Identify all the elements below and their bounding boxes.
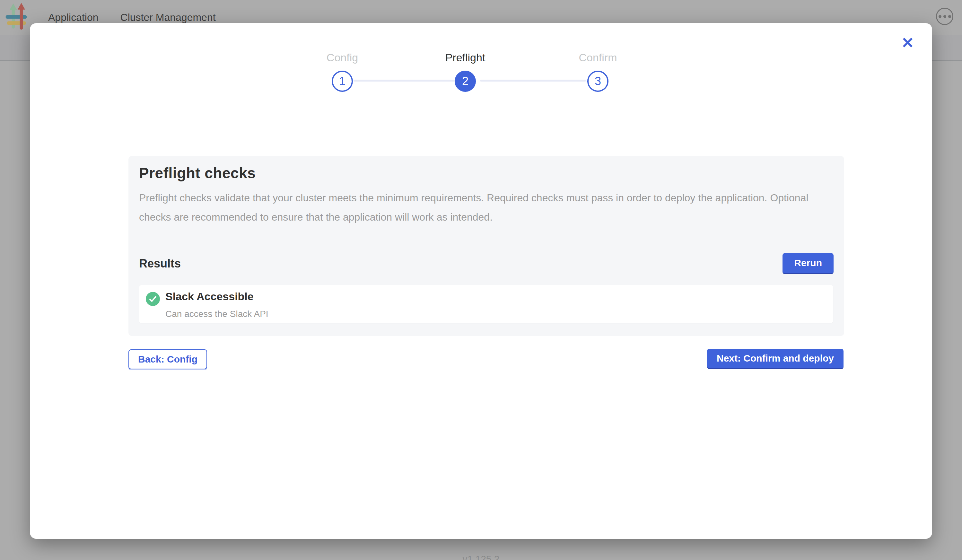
step-label: Config: [307, 52, 378, 66]
back-config-button[interactable]: Back: Config: [128, 349, 207, 369]
step-circle-2[interactable]: 2: [455, 71, 476, 92]
dot: [948, 15, 951, 18]
rerun-button[interactable]: Rerun: [783, 253, 834, 274]
check-detail: Can access the Slack API: [165, 309, 268, 319]
dot: [939, 15, 941, 18]
stepper-connector: [353, 80, 458, 82]
dot: [943, 15, 946, 18]
nav-tab-application[interactable]: Application: [48, 11, 98, 23]
wizard-stepper: Config 1 Preflight 2 Confirm 3: [30, 23, 932, 107]
check-name: Slack Accessible: [165, 290, 253, 303]
step-circle-3[interactable]: 3: [587, 71, 609, 92]
step-confirm: Confirm 3: [563, 52, 633, 92]
app-logo-icon: [5, 3, 29, 32]
results-bar: Results Rerun: [139, 252, 834, 275]
step-label: Preflight: [430, 52, 500, 66]
ellipsis-menu-icon[interactable]: [936, 8, 953, 25]
step-preflight: Preflight 2: [430, 52, 500, 92]
next-confirm-deploy-button[interactable]: Next: Confirm and deploy: [707, 349, 844, 369]
preflight-wizard-modal: ✕ Config 1 Preflight 2 Confirm 3 Preflig…: [30, 23, 932, 539]
version-label: v1.125.2: [0, 554, 962, 560]
step-config: Config 1: [307, 52, 378, 92]
step-label: Confirm: [563, 52, 633, 66]
step-circle-1[interactable]: 1: [332, 71, 353, 92]
card-description: Preflight checks validate that your clus…: [139, 188, 810, 227]
card-title: Preflight checks: [139, 165, 834, 182]
check-result-row: Slack Accessible Can access the Slack AP…: [139, 285, 833, 323]
nav-tab-cluster-management[interactable]: Cluster Management: [120, 11, 216, 23]
check-pass-icon: [146, 292, 160, 306]
preflight-checks-card: Preflight checks Preflight checks valida…: [128, 156, 844, 336]
results-heading: Results: [139, 257, 181, 270]
stepper-connector: [480, 80, 586, 82]
